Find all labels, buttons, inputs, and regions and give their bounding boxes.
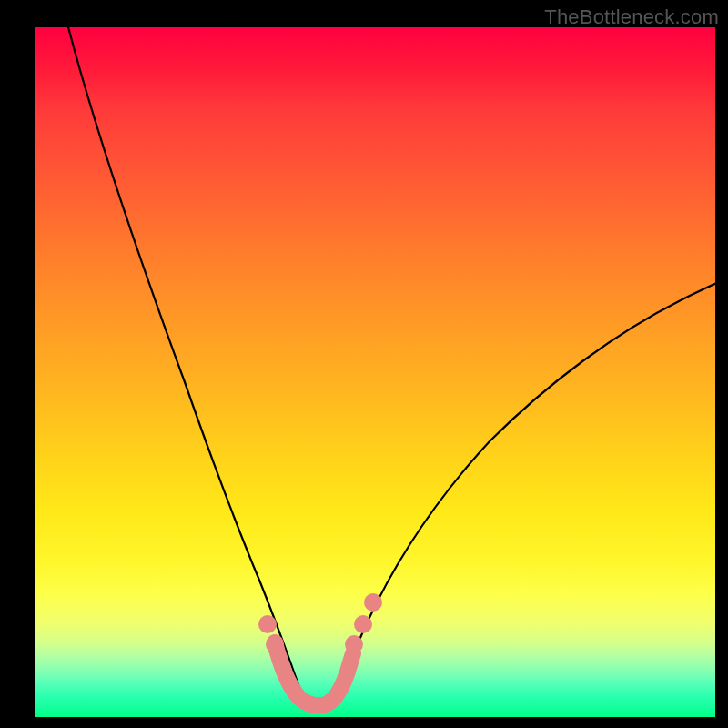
highlight-dot-right-1: [345, 635, 363, 653]
highlight-dot-left-lower: [266, 635, 284, 653]
chart-plot-area: [35, 27, 715, 717]
chart-frame: TheBottleneck.com: [0, 0, 728, 728]
highlight-dot-right-2: [354, 615, 372, 633]
highlight-dot-right-3: [364, 593, 382, 612]
chart-svg: [35, 27, 715, 717]
highlight-dot-left-upper: [258, 615, 277, 633]
curve-left-branch: [66, 27, 308, 708]
curve-right-branch: [328, 282, 715, 710]
watermark-text: TheBottleneck.com: [544, 5, 719, 29]
